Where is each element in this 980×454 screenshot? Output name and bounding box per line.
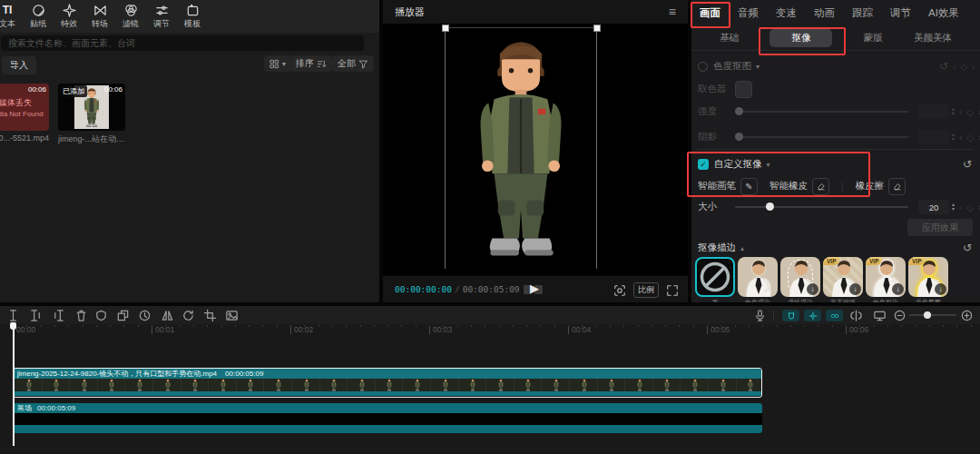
adapt-timeline-icon[interactable] [873, 309, 887, 322]
tool-transition[interactable]: 转场 [84, 4, 115, 30]
keyframe-prev-icon[interactable]: ‹ [953, 62, 956, 72]
preview-quality-icon[interactable] [613, 284, 626, 297]
chroma-key-toggle[interactable] [698, 62, 708, 72]
tool-template[interactable]: 模板 [177, 4, 208, 30]
zoom-slider-knob[interactable] [924, 311, 931, 319]
preset-thick-white-stroke[interactable]: VIP ↓ [866, 257, 906, 297]
select-cursor-icon[interactable] [6, 309, 20, 322]
preset-vintage-paper[interactable]: VIP ↓ [823, 257, 863, 297]
intensity-value[interactable] [918, 104, 949, 119]
delete-icon[interactable] [74, 309, 88, 322]
crop-icon[interactable] [203, 309, 217, 322]
tool-sticker[interactable]: 贴纸 [23, 4, 54, 30]
reset-icon[interactable]: ↺ [963, 242, 972, 254]
black-field-clip[interactable]: 黑场 00:00:05:09 [13, 403, 762, 433]
color-swatch[interactable] [735, 81, 752, 98]
selection-handle-topleft[interactable] [442, 25, 449, 32]
preset-white-stroke[interactable] [738, 257, 778, 297]
subtab-keying[interactable]: 抠像 [769, 29, 832, 47]
eraser-icon[interactable] [888, 178, 906, 195]
subtab-mask[interactable]: 蒙版 [864, 32, 883, 44]
split-right-icon[interactable] [52, 309, 65, 322]
intensity-slider[interactable] [735, 111, 908, 113]
size-value[interactable]: 20 [918, 200, 949, 214]
matting-image-icon[interactable] [225, 309, 239, 322]
shadow-slider[interactable] [735, 136, 908, 138]
smart-brush-tool[interactable]: 智能画笔 ✎ [698, 178, 758, 195]
eraser-icon[interactable] [812, 178, 829, 195]
sort-button[interactable]: 排序 [290, 55, 332, 72]
main-track-magnet-toggle[interactable] [782, 310, 799, 321]
filter-button[interactable]: 全部 [332, 55, 374, 72]
stepper-icons[interactable]: ▴▾ [952, 202, 955, 212]
tool-adjust[interactable]: 调节 [146, 4, 177, 30]
keyframe-prev-icon[interactable]: ‹ [959, 202, 962, 212]
chevron-up-icon[interactable]: ▴ [740, 244, 744, 252]
tab-speed[interactable]: 变速 [776, 6, 797, 20]
preset-none[interactable] [695, 257, 735, 297]
tab-picture[interactable]: 画面 [700, 6, 720, 20]
size-slider[interactable] [735, 206, 908, 208]
chevron-down-icon[interactable]: ▾ [767, 161, 770, 169]
keyframe-next-icon[interactable]: › [972, 62, 975, 72]
tab-ai-effects[interactable]: AI效果 [928, 6, 959, 20]
view-mode-button[interactable]: ▾ [264, 55, 291, 72]
play-button[interactable]: ▶ [530, 281, 539, 295]
eraser-tool[interactable]: 橡皮擦 [856, 178, 906, 195]
reset-icon[interactable]: ↺ [963, 158, 972, 171]
freeze-frame-icon[interactable] [138, 309, 152, 322]
mirror-icon[interactable] [161, 309, 174, 322]
tab-adjust[interactable]: 调节 [890, 6, 911, 20]
timeline-ruler[interactable]: 00:00 00:01 00:02 00:03 00:04 00:05 00:0… [0, 324, 980, 337]
media-item-missing[interactable]: 00:06 媒体丢失 Media Not Found g-20...-5521.… [0, 84, 49, 143]
zoom-in-icon[interactable] [960, 309, 974, 322]
apply-effect-button[interactable]: 应用效果 [907, 219, 973, 236]
preview-canvas[interactable] [383, 24, 688, 275]
auto-snap-toggle[interactable] [804, 310, 821, 321]
search-input[interactable] [1, 35, 364, 51]
selection-handle-topright[interactable] [593, 25, 601, 32]
timeline-zoom-slider[interactable] [909, 314, 956, 316]
keyframe-icon[interactable]: ◇ [966, 133, 974, 143]
tool-filter[interactable]: 滤镜 [115, 4, 146, 30]
rotate-icon[interactable] [181, 309, 195, 322]
stepper-icons[interactable]: ▴▾ [952, 133, 955, 142]
fullscreen-icon[interactable] [666, 284, 679, 297]
shadow-value[interactable] [918, 130, 949, 144]
subtab-basic[interactable]: 基础 [720, 32, 739, 44]
selection-edge-top[interactable] [445, 27, 596, 28]
keyframe-prev-icon[interactable]: ‹ [959, 107, 962, 117]
chevron-down-icon[interactable]: ▾ [756, 63, 760, 71]
aspect-ratio-button[interactable]: 比例 [633, 282, 659, 298]
tool-effects[interactable]: 特效 [54, 4, 84, 30]
media-item-video[interactable]: 已添加 00:06 jimeng-...站在动.mp4 [58, 84, 125, 145]
preview-axis-icon[interactable] [849, 309, 863, 322]
tab-audio[interactable]: 音频 [738, 6, 759, 20]
slider-knob[interactable] [735, 107, 743, 115]
tab-animation[interactable]: 动画 [814, 6, 835, 20]
subtab-beauty[interactable]: 美颜美体 [914, 32, 952, 44]
preset-yellow-glow[interactable]: VIP ↓ [908, 257, 948, 297]
preset-dashed-stroke[interactable]: ↓ [780, 257, 820, 297]
selection-edge-right[interactable] [596, 27, 597, 269]
tab-tracking[interactable]: 跟踪 [852, 6, 873, 20]
linkage-toggle[interactable] [826, 310, 843, 321]
keyframe-icon[interactable]: ◇ [960, 62, 967, 72]
selection-edge-left[interactable] [445, 27, 446, 269]
pen-icon[interactable]: ✎ [740, 178, 758, 195]
split-left-icon[interactable] [29, 309, 43, 322]
reset-icon[interactable]: ↺ [939, 60, 948, 73]
player-menu-icon[interactable]: ≡ [669, 5, 676, 18]
import-button[interactable]: 导入 [2, 56, 36, 74]
custom-keying-checkbox[interactable]: ✓ [698, 159, 709, 170]
tool-text[interactable]: TI 文本 [0, 4, 23, 30]
keyframe-icon[interactable]: ◇ [966, 107, 974, 117]
slider-knob[interactable] [735, 133, 743, 141]
character-figure[interactable] [464, 36, 578, 265]
record-voiceover-icon[interactable] [753, 309, 767, 322]
video-clip[interactable]: jimeng-2025-12-24-9820-镜头不动，只有口型和手势在动.mp… [13, 368, 762, 398]
keyframe-icon[interactable]: ◇ [966, 202, 974, 212]
overlay-icon[interactable] [116, 309, 130, 322]
smart-eraser-tool[interactable]: 智能橡皮 [769, 178, 829, 195]
keyframe-prev-icon[interactable]: ‹ [959, 133, 962, 143]
